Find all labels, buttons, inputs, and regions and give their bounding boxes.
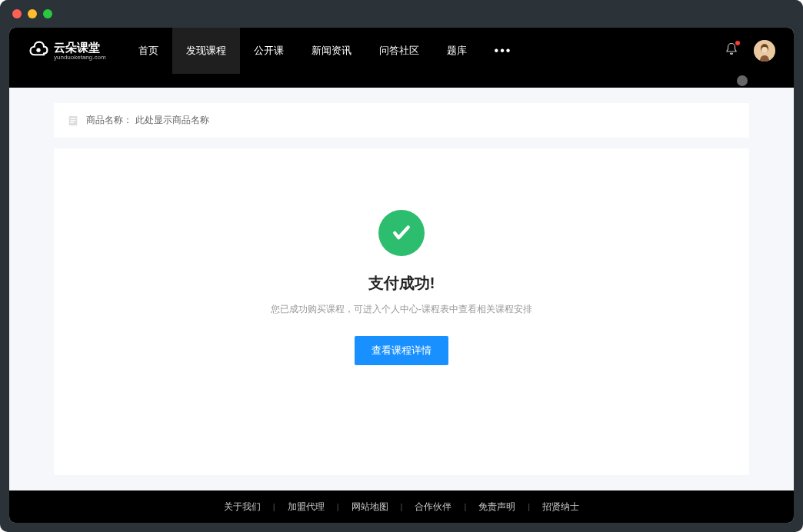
avatar-image	[754, 40, 775, 62]
svg-rect-5	[71, 118, 76, 118]
maximize-window-button[interactable]	[43, 9, 52, 18]
nav-question-bank[interactable]: 题库	[433, 28, 481, 74]
footer-franchise[interactable]: 加盟代理	[275, 500, 337, 514]
secondary-bar	[9, 74, 794, 88]
cloud-logo-icon	[28, 40, 49, 62]
titlebar	[0, 0, 803, 28]
footer: 关于我们 | 加盟代理 | 网站地图 | 合作伙伴 | 免责声明 | 招贤纳士	[9, 490, 794, 523]
svg-rect-6	[71, 120, 76, 121]
minimize-window-button[interactable]	[28, 9, 37, 18]
footer-careers[interactable]: 招贤纳士	[530, 500, 591, 514]
page-content: 商品名称： 此处显示商品名称 支付成功! 您已成功购买课程，可进入个人中心-课程…	[9, 88, 794, 490]
nav-right	[725, 40, 775, 62]
nav-qa-community[interactable]: 问答社区	[365, 28, 433, 74]
nav-discover-courses[interactable]: 发现课程	[172, 28, 240, 74]
svg-point-3	[761, 47, 768, 53]
view-course-detail-button[interactable]: 查看课程详情	[355, 336, 448, 365]
close-window-button[interactable]	[12, 9, 22, 18]
success-card: 支付成功! 您已成功购买课程，可进入个人中心-课程表中查看相关课程安排 查看课程…	[54, 148, 749, 475]
user-avatar[interactable]	[754, 40, 775, 62]
nav-items: 首页 发现课程 公开课 新闻资讯 问答社区 题库 •••	[125, 28, 526, 74]
notification-dot-icon	[735, 41, 740, 45]
success-check-icon	[378, 210, 425, 256]
footer-about-us[interactable]: 关于我们	[212, 500, 273, 514]
nav-more-icon[interactable]: •••	[481, 28, 526, 74]
footer-partners[interactable]: 合作伙伴	[402, 500, 464, 514]
notifications-button[interactable]	[725, 42, 738, 59]
footer-disclaimer[interactable]: 免责声明	[466, 500, 528, 514]
logo-text-sub: yunduoketang.com	[54, 55, 106, 61]
window-frame: 云朵课堂 yunduoketang.com 首页 发现课程 公开课 新闻资讯 问…	[0, 0, 803, 532]
nav-open-class[interactable]: 公开课	[240, 28, 298, 74]
logo[interactable]: 云朵课堂 yunduoketang.com	[28, 40, 106, 62]
logo-text-main: 云朵课堂	[54, 42, 106, 53]
product-name-label: 商品名称：	[86, 114, 132, 127]
success-title: 支付成功!	[368, 273, 435, 294]
svg-rect-7	[71, 121, 74, 122]
top-nav: 云朵课堂 yunduoketang.com 首页 发现课程 公开课 新闻资讯 问…	[9, 28, 794, 74]
nav-news[interactable]: 新闻资讯	[298, 28, 365, 74]
nav-home[interactable]: 首页	[125, 28, 172, 74]
product-name-value: 此处显示商品名称	[135, 114, 209, 127]
product-name-bar: 商品名称： 此处显示商品名称	[54, 103, 749, 138]
document-icon	[68, 115, 78, 126]
svg-point-0	[36, 48, 40, 52]
success-description: 您已成功购买课程，可进入个人中心-课程表中查看相关课程安排	[271, 303, 532, 316]
app-content: 云朵课堂 yunduoketang.com 首页 发现课程 公开课 新闻资讯 问…	[9, 28, 794, 523]
footer-sitemap[interactable]: 网站地图	[339, 500, 401, 514]
